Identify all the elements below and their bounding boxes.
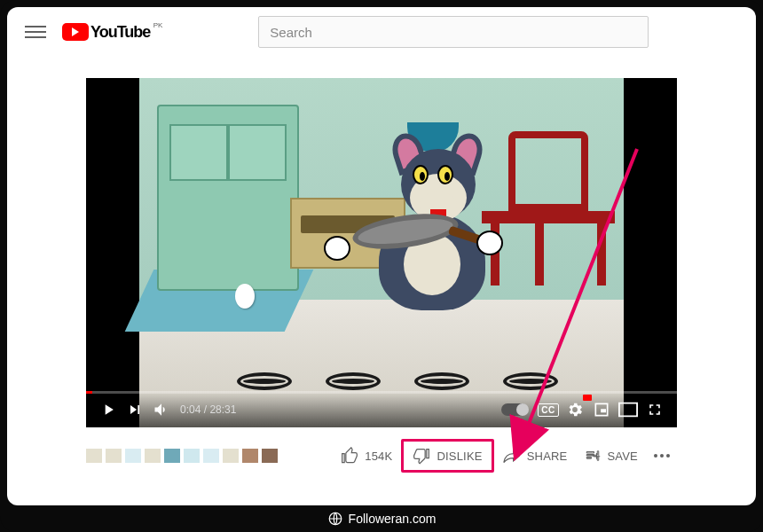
next-icon[interactable] [122,396,148,423]
country-code: PK [153,21,163,29]
dislike-button[interactable]: DISLIKE [409,445,485,466]
youtube-wordmark: YouTube [90,23,150,42]
video-frame-still [86,78,677,427]
autoplay-toggle[interactable] [501,403,528,416]
volume-icon[interactable] [148,396,175,423]
miniplayer-icon[interactable] [588,396,615,423]
play-icon[interactable] [95,396,122,423]
save-label: SAVE [607,450,638,463]
menu-icon[interactable] [25,21,46,43]
youtube-topbar: YouTube PK [7,7,756,57]
device-frame: YouTube PK [0,0,763,532]
search-input[interactable] [258,16,649,48]
browser-viewport: YouTube PK [7,7,756,505]
more-actions-button[interactable] [647,447,677,465]
share-button[interactable]: SHARE [494,441,577,471]
video-area: 0:04 / 28:31 CC [7,78,756,472]
youtube-logo[interactable]: YouTube PK [62,23,150,42]
watermark: Followeran.com [0,511,763,527]
timecode: 0:04 / 28:31 [180,403,236,416]
like-button[interactable]: 154K [332,441,401,471]
search-box [258,16,649,48]
thumbs-up-icon [341,447,358,465]
settings-icon[interactable] [562,396,588,423]
like-count: 154K [365,450,392,463]
share-icon [503,447,521,465]
video-player[interactable]: 0:04 / 28:31 CC [86,78,677,427]
youtube-play-icon [62,23,89,41]
thumbs-down-icon [413,447,430,465]
fullscreen-icon[interactable] [641,396,668,423]
dislike-label: DISLIKE [437,450,482,463]
theater-icon[interactable] [615,396,641,423]
watermark-text: Followeran.com [349,512,437,526]
save-icon [585,448,601,464]
video-action-bar: 154K DISLIKE SHARE SAVE [86,440,677,472]
dislike-highlight-box: DISLIKE [401,439,493,473]
share-label: SHARE [527,450,568,463]
save-button[interactable]: SAVE [576,442,647,470]
globe-icon [327,511,343,527]
cc-button[interactable]: CC [535,396,562,423]
player-controls: 0:04 / 28:31 CC [86,392,677,427]
redacted-title [86,449,278,463]
